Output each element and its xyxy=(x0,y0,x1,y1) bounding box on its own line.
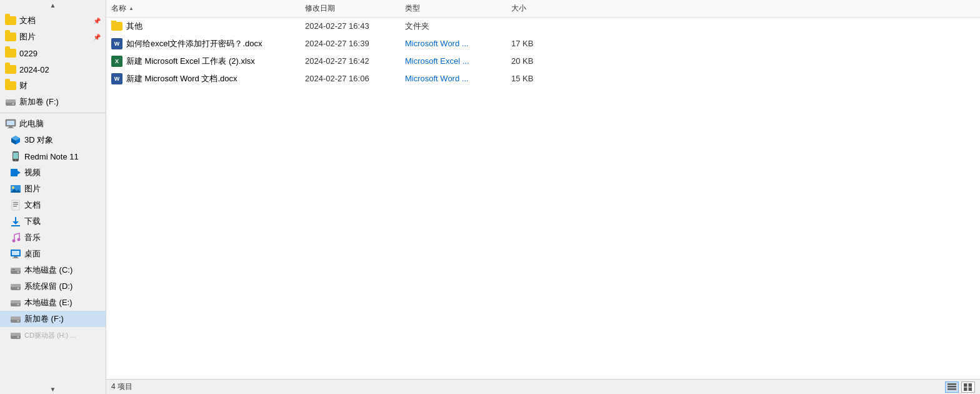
sidebar-item-label: 图片 xyxy=(24,183,41,194)
folder-icon xyxy=(5,48,16,59)
col-name-label: 名称 xyxy=(111,3,126,14)
svg-point-13 xyxy=(15,159,16,161)
col-size-label: 大小 xyxy=(511,3,526,14)
sidebar-item-label: 本地磁盘 (E:) xyxy=(24,297,72,308)
table-row[interactable]: 其他 2024-02-27 16:43 文件夹 xyxy=(106,18,980,35)
svg-rect-1 xyxy=(6,99,16,103)
sidebar-item-docs[interactable]: 文档 📌 xyxy=(0,13,106,29)
file-type: 文件夹 xyxy=(405,21,429,32)
col-name-header[interactable]: 名称 ▲ xyxy=(111,3,305,14)
sidebar-item-desktop[interactable]: 桌面 xyxy=(0,246,106,262)
file-name-cell: X 新建 Microsoft Excel 工作表 (2).xlsx xyxy=(111,56,305,67)
file-type-cell: Microsoft Word ... xyxy=(405,39,511,48)
file-size: 17 KB xyxy=(511,39,533,48)
col-date-label: 修改日期 xyxy=(305,3,335,14)
file-date: 2024-02-27 16:42 xyxy=(305,56,369,66)
svg-point-33 xyxy=(18,271,19,273)
sidebar: ▲ 文档 📌 图片 📌 0229 xyxy=(0,0,106,394)
3d-icon xyxy=(10,134,21,146)
download-icon xyxy=(10,216,21,227)
file-name: 如何给excel文件添加打开密码？.docx xyxy=(126,38,262,49)
svg-rect-24 xyxy=(11,225,20,226)
sidebar-item-label: 本地磁盘 (C:) xyxy=(24,265,72,276)
doc-icon xyxy=(10,200,21,211)
column-header: 名称 ▲ 修改日期 类型 大小 xyxy=(106,0,980,18)
excel-icon: X xyxy=(111,56,122,67)
folder-icon xyxy=(5,15,16,26)
svg-rect-29 xyxy=(14,256,18,258)
sidebar-item-video[interactable]: 视频 xyxy=(0,164,106,181)
file-type-cell: Microsoft Word ... xyxy=(405,74,511,83)
table-row[interactable]: X 新建 Microsoft Excel 工作表 (2).xlsx 2024-0… xyxy=(106,53,980,70)
svg-rect-36 xyxy=(11,284,21,287)
disk-d-icon xyxy=(10,281,21,292)
svg-point-43 xyxy=(18,320,19,322)
sidebar-item-newvol-f2[interactable]: 新加卷 (F:) xyxy=(0,311,106,327)
sidebar-item-label: 3D 对象 xyxy=(24,134,53,146)
svg-rect-51 xyxy=(969,383,972,387)
file-type-cell: Microsoft Excel ... xyxy=(405,56,511,66)
scroll-down-arrow[interactable]: ▼ xyxy=(0,384,106,394)
sidebar-item-this-pc[interactable]: 此电脑 xyxy=(0,116,106,132)
file-date-cell: 2024-02-27 16:06 xyxy=(305,74,405,83)
sidebar-item-download[interactable]: 下载 xyxy=(0,213,106,230)
col-type-label: 类型 xyxy=(405,3,420,14)
sidebar-item-0229[interactable]: 0229 xyxy=(0,45,106,61)
svg-rect-49 xyxy=(948,388,956,390)
sidebar-item-label: 视频 xyxy=(24,167,41,178)
sidebar-item-redmi[interactable]: Redmi Note 11 xyxy=(0,148,106,164)
folder-icon xyxy=(5,64,16,75)
sidebar-item-disk-c[interactable]: 本地磁盘 (C:) xyxy=(0,262,106,278)
file-date-cell: 2024-02-27 16:42 xyxy=(305,56,405,66)
sidebar-item-label: 新加卷 (F:) xyxy=(24,313,64,325)
table-row[interactable]: W 新建 Microsoft Word 文档.docx 2024-02-27 1… xyxy=(106,70,980,88)
svg-rect-53 xyxy=(969,387,972,391)
svg-rect-34 xyxy=(12,269,15,270)
file-size-cell: 20 KB xyxy=(511,56,561,66)
table-row[interactable]: W 如何给excel文件添加打开密码？.docx 2024-02-27 16:3… xyxy=(106,35,980,53)
music-icon xyxy=(10,232,21,243)
sidebar-item-label: 桌面 xyxy=(24,248,41,260)
sidebar-item-pic2[interactable]: 图片 xyxy=(0,181,106,197)
col-date-header[interactable]: 修改日期 xyxy=(305,3,405,14)
svg-point-2 xyxy=(12,103,14,105)
file-date-cell: 2024-02-27 16:43 xyxy=(305,21,405,31)
sidebar-item-label: 新加卷 (F:) xyxy=(19,96,59,108)
sidebar-item-newvol-f[interactable]: 新加卷 (F:) xyxy=(0,94,106,110)
svg-rect-50 xyxy=(964,383,968,387)
svg-rect-47 xyxy=(948,383,956,385)
file-type: Microsoft Word ... xyxy=(405,39,469,48)
sidebar-item-label: 财 xyxy=(19,80,28,91)
sidebar-item-label: 音乐 xyxy=(24,232,41,243)
svg-rect-48 xyxy=(948,386,956,388)
scroll-up-arrow[interactable]: ▲ xyxy=(0,0,106,10)
sidebar-item-2024-02[interactable]: 2024-02 xyxy=(0,61,106,78)
svg-rect-42 xyxy=(11,316,21,320)
word-icon: W xyxy=(111,38,122,49)
file-date: 2024-02-27 16:43 xyxy=(305,21,369,31)
sidebar-item-label: 此电脑 xyxy=(19,118,44,129)
sidebar-item-label: 下载 xyxy=(24,216,41,227)
svg-marker-23 xyxy=(12,221,19,225)
sidebar-item-more[interactable]: CD驱动器 (H:) ... xyxy=(0,327,106,343)
sidebar-item-label: 2024-02 xyxy=(19,65,49,74)
sidebar-item-pictures[interactable]: 图片 📌 xyxy=(0,29,106,45)
file-name-cell: 其他 xyxy=(111,21,305,32)
word-icon: W xyxy=(111,73,122,84)
details-view-button[interactable] xyxy=(945,381,959,393)
col-type-header[interactable]: 类型 xyxy=(405,3,511,14)
large-icons-view-button[interactable] xyxy=(961,381,975,393)
sidebar-item-music[interactable]: 音乐 xyxy=(0,230,106,246)
svg-rect-12 xyxy=(13,153,18,159)
sidebar-item-disk-d[interactable]: 系统保留 (D:) xyxy=(0,278,106,295)
sidebar-item-cai[interactable]: 财 xyxy=(0,78,106,94)
file-name-cell: W 如何给excel文件添加打开密码？.docx xyxy=(111,38,305,49)
sidebar-item-disk-e[interactable]: 本地磁盘 (E:) xyxy=(0,295,106,311)
desktop-icon xyxy=(10,248,21,260)
sidebar-item-label: 系统保留 (D:) xyxy=(24,281,72,292)
sidebar-item-3d[interactable]: 3D 对象 xyxy=(0,132,106,148)
svg-rect-30 xyxy=(12,258,19,258)
folder-icon xyxy=(111,21,122,32)
sidebar-item-doc2[interactable]: 文档 xyxy=(0,197,106,213)
col-size-header[interactable]: 大小 xyxy=(511,3,561,14)
